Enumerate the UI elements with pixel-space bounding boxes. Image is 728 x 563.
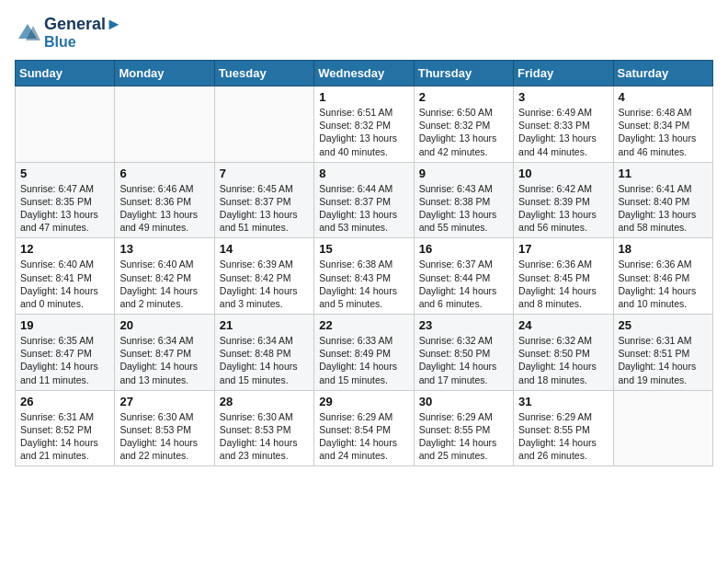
day-info: Sunrise: 6:35 AMSunset: 8:47 PMDaylight:… xyxy=(20,334,109,386)
day-number: 22 xyxy=(319,318,408,332)
calendar-cell: 23Sunrise: 6:32 AMSunset: 8:50 PMDayligh… xyxy=(414,315,513,391)
calendar-cell: 15Sunrise: 6:38 AMSunset: 8:43 PMDayligh… xyxy=(314,238,414,315)
day-number: 10 xyxy=(518,167,608,180)
calendar-cell: 26Sunrise: 6:31 AMSunset: 8:52 PMDayligh… xyxy=(16,390,115,466)
calendar-cell: 7Sunrise: 6:45 AMSunset: 8:37 PMDaylight… xyxy=(214,162,313,238)
calendar-cell: 5Sunrise: 6:47 AMSunset: 8:35 PMDaylight… xyxy=(16,162,115,238)
day-number: 30 xyxy=(419,395,508,408)
weekday-header-monday: Monday xyxy=(115,61,214,86)
day-number: 11 xyxy=(619,167,708,180)
weekday-header-thursday: Thursday xyxy=(414,61,513,86)
day-info: Sunrise: 6:50 AMSunset: 8:32 PMDaylight:… xyxy=(419,106,508,158)
calendar-cell: 18Sunrise: 6:36 AMSunset: 8:46 PMDayligh… xyxy=(613,238,712,315)
logo: General► Blue xyxy=(15,15,122,51)
day-info: Sunrise: 6:32 AMSunset: 8:50 PMDaylight:… xyxy=(419,334,508,386)
day-info: Sunrise: 6:30 AMSunset: 8:53 PMDaylight:… xyxy=(220,410,309,463)
day-info: Sunrise: 6:32 AMSunset: 8:50 PMDaylight:… xyxy=(518,334,608,386)
calendar-cell: 29Sunrise: 6:29 AMSunset: 8:54 PMDayligh… xyxy=(314,390,414,466)
day-info: Sunrise: 6:41 AMSunset: 8:40 PMDaylight:… xyxy=(619,182,708,235)
weekday-header-sunday: Sunday xyxy=(16,61,115,86)
day-info: Sunrise: 6:33 AMSunset: 8:49 PMDaylight:… xyxy=(319,334,408,386)
calendar-week-2: 5Sunrise: 6:47 AMSunset: 8:35 PMDaylight… xyxy=(16,162,713,238)
calendar-cell: 6Sunrise: 6:46 AMSunset: 8:36 PMDaylight… xyxy=(115,162,214,238)
calendar-header-row: SundayMondayTuesdayWednesdayThursdayFrid… xyxy=(16,61,713,86)
day-number: 7 xyxy=(220,167,309,180)
calendar-cell: 3Sunrise: 6:49 AMSunset: 8:33 PMDaylight… xyxy=(514,86,613,163)
calendar-cell: 21Sunrise: 6:34 AMSunset: 8:48 PMDayligh… xyxy=(214,315,313,391)
day-number: 16 xyxy=(419,242,508,256)
day-info: Sunrise: 6:42 AMSunset: 8:39 PMDaylight:… xyxy=(518,182,608,235)
day-number: 3 xyxy=(518,90,608,104)
day-info: Sunrise: 6:44 AMSunset: 8:37 PMDaylight:… xyxy=(319,182,408,235)
weekday-header-friday: Friday xyxy=(514,61,613,86)
calendar-week-4: 19Sunrise: 6:35 AMSunset: 8:47 PMDayligh… xyxy=(16,315,713,391)
day-number: 18 xyxy=(619,242,708,256)
day-number: 28 xyxy=(220,395,309,408)
calendar-cell xyxy=(16,86,115,163)
day-info: Sunrise: 6:40 AMSunset: 8:41 PMDaylight:… xyxy=(20,258,109,310)
calendar-cell xyxy=(214,86,313,163)
calendar-cell: 1Sunrise: 6:51 AMSunset: 8:32 PMDaylight… xyxy=(314,86,414,163)
day-info: Sunrise: 6:48 AMSunset: 8:34 PMDaylight:… xyxy=(619,106,708,158)
day-info: Sunrise: 6:45 AMSunset: 8:37 PMDaylight:… xyxy=(220,182,309,235)
day-info: Sunrise: 6:29 AMSunset: 8:54 PMDaylight:… xyxy=(319,410,408,463)
day-number: 14 xyxy=(220,242,309,256)
day-info: Sunrise: 6:49 AMSunset: 8:33 PMDaylight:… xyxy=(518,106,608,158)
day-number: 20 xyxy=(119,318,209,332)
calendar-cell: 24Sunrise: 6:32 AMSunset: 8:50 PMDayligh… xyxy=(514,315,613,391)
day-info: Sunrise: 6:47 AMSunset: 8:35 PMDaylight:… xyxy=(20,182,109,235)
calendar-cell: 4Sunrise: 6:48 AMSunset: 8:34 PMDaylight… xyxy=(613,86,712,163)
weekday-header-saturday: Saturday xyxy=(613,61,712,86)
day-number: 9 xyxy=(419,167,508,180)
day-number: 27 xyxy=(119,395,209,408)
day-number: 25 xyxy=(619,318,708,332)
day-info: Sunrise: 6:36 AMSunset: 8:45 PMDaylight:… xyxy=(518,258,608,310)
calendar-cell: 12Sunrise: 6:40 AMSunset: 8:41 PMDayligh… xyxy=(16,238,115,315)
calendar-cell: 28Sunrise: 6:30 AMSunset: 8:53 PMDayligh… xyxy=(214,390,313,466)
day-info: Sunrise: 6:51 AMSunset: 8:32 PMDaylight:… xyxy=(319,106,408,158)
day-number: 4 xyxy=(619,90,708,104)
day-number: 29 xyxy=(319,395,408,408)
day-info: Sunrise: 6:38 AMSunset: 8:43 PMDaylight:… xyxy=(319,258,408,310)
day-number: 23 xyxy=(419,318,508,332)
calendar-cell: 20Sunrise: 6:34 AMSunset: 8:47 PMDayligh… xyxy=(115,315,214,391)
calendar-cell: 11Sunrise: 6:41 AMSunset: 8:40 PMDayligh… xyxy=(613,162,712,238)
calendar-week-5: 26Sunrise: 6:31 AMSunset: 8:52 PMDayligh… xyxy=(16,390,713,466)
calendar-cell: 16Sunrise: 6:37 AMSunset: 8:44 PMDayligh… xyxy=(414,238,513,315)
calendar-cell: 17Sunrise: 6:36 AMSunset: 8:45 PMDayligh… xyxy=(514,238,613,315)
day-info: Sunrise: 6:39 AMSunset: 8:42 PMDaylight:… xyxy=(220,258,309,310)
day-number: 12 xyxy=(20,242,109,256)
day-info: Sunrise: 6:29 AMSunset: 8:55 PMDaylight:… xyxy=(419,410,508,463)
page-header: General► Blue xyxy=(15,15,713,51)
day-number: 2 xyxy=(419,90,508,104)
calendar-cell xyxy=(613,390,712,466)
day-number: 17 xyxy=(518,242,608,256)
day-number: 13 xyxy=(119,242,209,256)
weekday-header-wednesday: Wednesday xyxy=(314,61,414,86)
day-info: Sunrise: 6:34 AMSunset: 8:47 PMDaylight:… xyxy=(119,334,209,386)
day-info: Sunrise: 6:34 AMSunset: 8:48 PMDaylight:… xyxy=(220,334,309,386)
calendar-cell: 31Sunrise: 6:29 AMSunset: 8:55 PMDayligh… xyxy=(514,390,613,466)
day-info: Sunrise: 6:31 AMSunset: 8:52 PMDaylight:… xyxy=(20,410,109,463)
calendar-week-1: 1Sunrise: 6:51 AMSunset: 8:32 PMDaylight… xyxy=(16,86,713,163)
day-number: 31 xyxy=(518,395,608,408)
calendar-cell: 10Sunrise: 6:42 AMSunset: 8:39 PMDayligh… xyxy=(514,162,613,238)
calendar-cell: 30Sunrise: 6:29 AMSunset: 8:55 PMDayligh… xyxy=(414,390,513,466)
calendar-cell: 25Sunrise: 6:31 AMSunset: 8:51 PMDayligh… xyxy=(613,315,712,391)
day-number: 26 xyxy=(20,395,109,408)
calendar-cell: 27Sunrise: 6:30 AMSunset: 8:53 PMDayligh… xyxy=(115,390,214,466)
calendar-cell: 19Sunrise: 6:35 AMSunset: 8:47 PMDayligh… xyxy=(16,315,115,391)
day-number: 8 xyxy=(319,167,408,180)
calendar-cell: 13Sunrise: 6:40 AMSunset: 8:42 PMDayligh… xyxy=(115,238,214,315)
day-number: 1 xyxy=(319,90,408,104)
day-info: Sunrise: 6:31 AMSunset: 8:51 PMDaylight:… xyxy=(619,334,708,386)
day-info: Sunrise: 6:30 AMSunset: 8:53 PMDaylight:… xyxy=(119,410,209,463)
day-info: Sunrise: 6:43 AMSunset: 8:38 PMDaylight:… xyxy=(419,182,508,235)
weekday-header-tuesday: Tuesday xyxy=(214,61,313,86)
calendar-cell: 14Sunrise: 6:39 AMSunset: 8:42 PMDayligh… xyxy=(214,238,313,315)
calendar-cell: 2Sunrise: 6:50 AMSunset: 8:32 PMDaylight… xyxy=(414,86,513,163)
logo-icon xyxy=(15,20,40,46)
calendar-table: SundayMondayTuesdayWednesdayThursdayFrid… xyxy=(15,60,713,466)
day-number: 6 xyxy=(119,167,209,180)
day-info: Sunrise: 6:36 AMSunset: 8:46 PMDaylight:… xyxy=(619,258,708,310)
